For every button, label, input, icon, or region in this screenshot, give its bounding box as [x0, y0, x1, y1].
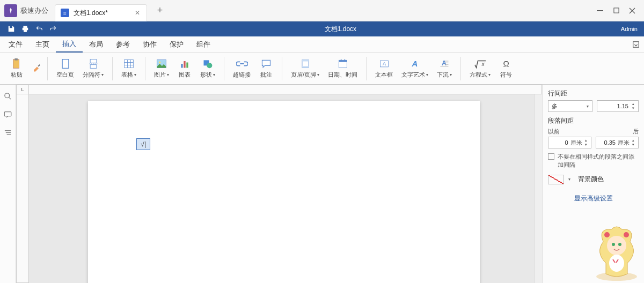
menu-insert[interactable]: 插入 — [56, 36, 83, 53]
page-break-button[interactable]: 分隔符▾ — [79, 57, 107, 80]
dropcap-icon: A — [437, 58, 451, 70]
menu-reference[interactable]: 参考 — [109, 36, 136, 53]
save-icon — [8, 25, 15, 33]
paste-button[interactable]: 粘贴 — [6, 57, 27, 80]
document-tab[interactable]: ≡ 文档1.docx* ✕ — [55, 4, 147, 21]
textbox-button[interactable]: A 文本框 — [372, 57, 396, 80]
save-button[interactable] — [4, 23, 18, 35]
bg-color-dropdown[interactable]: ▾ — [568, 177, 570, 182]
menu-layout[interactable]: 布局 — [83, 36, 109, 53]
svg-rect-25 — [339, 60, 347, 62]
symbol-button[interactable]: Ω 符号 — [496, 57, 516, 80]
show-advanced-link[interactable]: 显示高级设置 — [548, 194, 639, 203]
svg-rect-4 — [14, 58, 17, 61]
page-icon — [58, 58, 72, 70]
blank-page-button[interactable]: 空白页 — [53, 57, 77, 80]
collapse-ribbon-button[interactable] — [631, 40, 641, 49]
svg-point-47 — [618, 243, 621, 246]
brush-icon — [32, 63, 42, 72]
svg-text:A: A — [383, 61, 386, 66]
spacing-before-input[interactable]: 0 厘米 ▴▾ — [548, 137, 591, 148]
undo-icon — [35, 25, 43, 33]
headings-tool[interactable] — [3, 128, 13, 137]
menu-bar: 文件 主页 插入 布局 参考 协作 保护 组件 — [0, 36, 644, 53]
tab-title: 文档1.docx* — [74, 9, 108, 18]
svg-rect-23 — [302, 66, 309, 68]
headerfooter-icon — [298, 58, 312, 70]
equation-placeholder[interactable]: √| — [136, 138, 150, 150]
redo-button[interactable] — [46, 23, 60, 35]
chart-icon — [178, 58, 192, 70]
pagebreak-icon — [86, 58, 100, 70]
picture-icon — [155, 58, 169, 70]
line-spacing-label: 行间距 — [548, 89, 639, 98]
ruler-corner[interactable]: L — [16, 85, 29, 94]
line-spacing-mode-select[interactable]: 多▾ — [548, 100, 592, 112]
list-icon — [4, 129, 12, 137]
svg-text:Ω: Ω — [503, 59, 509, 68]
maximize-button[interactable] — [609, 3, 624, 18]
header-footer-button[interactable]: 页眉/页脚▾ — [288, 57, 323, 80]
comment-button[interactable]: 批注 — [256, 57, 276, 80]
svg-rect-7 — [90, 65, 97, 69]
chart-button[interactable]: 图表 — [174, 57, 195, 80]
menu-protect[interactable]: 保护 — [163, 36, 190, 53]
comments-tool[interactable] — [3, 109, 13, 119]
svg-rect-18 — [186, 63, 188, 68]
horizontal-ruler[interactable] — [29, 85, 542, 94]
document-page[interactable]: √| — [88, 101, 480, 283]
spin-down[interactable]: ▾ — [631, 106, 636, 110]
spacing-after-input[interactable]: 0.35 厘米 ▴▾ — [596, 137, 639, 148]
equation-button[interactable]: x 方程式▾ — [466, 57, 494, 80]
vertical-ruler[interactable] — [16, 94, 29, 283]
workspace: L √| 行间距 多▾ — [0, 85, 644, 283]
paste-icon — [10, 58, 24, 70]
shape-button[interactable]: 形状▾ — [197, 57, 218, 80]
spin-up[interactable]: ▴ — [631, 102, 636, 106]
close-button[interactable] — [625, 3, 640, 18]
menu-plugin[interactable]: 组件 — [190, 36, 217, 53]
minimize-button[interactable] — [592, 3, 608, 18]
chat-icon — [4, 110, 12, 118]
line-spacing-value-input[interactable]: 1.15 ▴▾ — [597, 100, 639, 112]
vertical-scrollbar[interactable] — [535, 94, 542, 283]
svg-rect-22 — [302, 60, 309, 62]
table-button[interactable]: 表格▾ — [118, 57, 140, 80]
shape-icon — [201, 58, 215, 70]
wordart-icon: A — [408, 58, 422, 70]
print-button[interactable] — [18, 23, 32, 35]
bg-color-swatch[interactable] — [548, 175, 564, 184]
wordart-button[interactable]: A 文字艺术▾ — [398, 57, 431, 80]
svg-rect-3 — [13, 59, 19, 69]
search-tool[interactable] — [3, 91, 13, 101]
picture-button[interactable]: 图片▾ — [151, 57, 172, 80]
hyperlink-button[interactable]: 超链接 — [230, 57, 254, 80]
after-label: 后 — [633, 128, 639, 136]
menu-file[interactable]: 文件 — [2, 36, 29, 53]
tab-close-button[interactable]: ✕ — [134, 9, 141, 17]
docx-icon: ≡ — [61, 9, 69, 17]
titlebar: 极速办公 ≡ 文档1.docx* ✕ + — [0, 0, 644, 21]
page-viewport[interactable]: √| — [29, 94, 535, 283]
user-label[interactable]: Admin — [621, 26, 638, 32]
undo-button[interactable] — [32, 23, 46, 35]
new-tab-button[interactable]: + — [153, 4, 166, 17]
svg-rect-16 — [181, 64, 182, 68]
document-title: 文档1.docx — [60, 25, 621, 34]
dropcap-button[interactable]: A 下沉▾ — [434, 57, 455, 80]
svg-rect-9 — [125, 60, 134, 68]
equation-icon: x — [473, 58, 487, 70]
no-space-same-style-checkbox[interactable]: 不要在相同样式的段落之间添加间隔 — [548, 153, 639, 169]
format-painter-button[interactable] — [32, 63, 42, 74]
table-icon — [122, 58, 136, 70]
svg-rect-1 — [613, 8, 618, 13]
svg-point-46 — [612, 243, 615, 246]
svg-rect-6 — [90, 59, 97, 63]
menu-collab[interactable]: 协作 — [136, 36, 163, 53]
app-logo — [4, 4, 17, 17]
datetime-button[interactable]: 日期、时间 — [325, 57, 361, 80]
menu-home[interactable]: 主页 — [29, 36, 56, 53]
svg-point-38 — [5, 93, 10, 98]
rocket-icon — [7, 7, 14, 14]
svg-line-39 — [9, 97, 11, 99]
